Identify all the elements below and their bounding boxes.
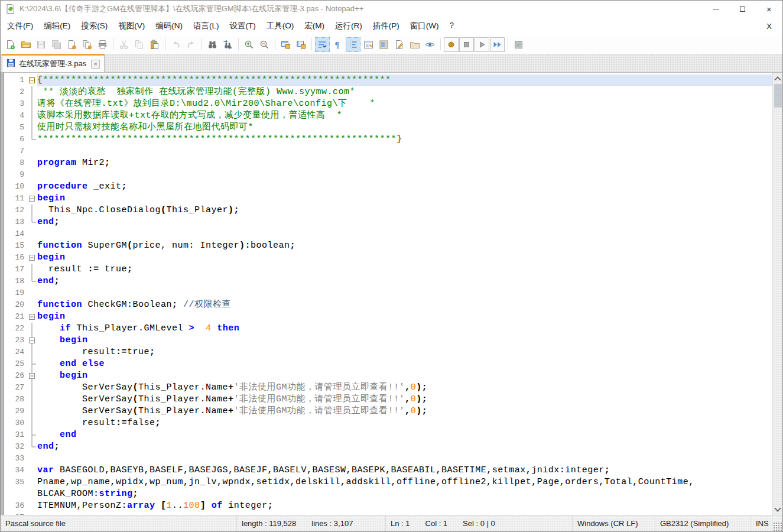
- menu-item-settings[interactable]: 设置(T): [225, 18, 261, 34]
- code-line[interactable]: 19: [5, 287, 772, 299]
- line-number[interactable]: 32: [5, 441, 27, 453]
- code-line[interactable]: 25 end else: [5, 358, 772, 370]
- replace-icon[interactable]: [220, 37, 235, 52]
- menu-item-encoding[interactable]: 编码(N): [150, 18, 188, 34]
- code-text[interactable]: end;: [37, 441, 772, 453]
- line-number[interactable]: 19: [5, 287, 27, 299]
- code-line[interactable]: 5使用时只需核对技能名称和小黑屋所在地图代码即可*: [5, 122, 772, 134]
- status-eol-format[interactable]: Windows (CR LF): [573, 515, 655, 531]
- code-text[interactable]: end else: [37, 358, 772, 370]
- menu-item-tools[interactable]: 工具(O): [261, 18, 300, 34]
- code-text[interactable]: 请将《在线管理.txt》放到目录D:\mud2.0\Mir200\Share\c…: [37, 98, 772, 110]
- indent-guide-icon[interactable]: [346, 37, 360, 52]
- line-number[interactable]: 8: [5, 157, 27, 169]
- code-text[interactable]: [37, 453, 772, 465]
- code-line[interactable]: 4该脚本采用数据库读取+txt存取的方式写成，减少变量使用，普适性高 *: [5, 110, 772, 122]
- macro-save-icon[interactable]: [511, 37, 526, 52]
- line-number[interactable]: 35: [5, 476, 27, 488]
- code-line[interactable]: 15function SuperGM(price, num: Integer):…: [5, 240, 772, 252]
- tab-close-icon[interactable]: ×: [91, 60, 100, 69]
- show-all-chars-icon[interactable]: ¶: [330, 37, 345, 52]
- code-line[interactable]: 9: [5, 169, 772, 181]
- code-text[interactable]: var BASEGOLD,BASEYB,BASELF,BASEJGS,BASEJ…: [37, 465, 772, 476]
- line-number[interactable]: 24: [5, 346, 27, 358]
- status-typing-mode[interactable]: INS: [751, 515, 772, 531]
- line-number[interactable]: 34: [5, 465, 27, 476]
- line-number[interactable]: 12: [5, 205, 27, 216]
- line-number[interactable]: 6: [5, 134, 27, 145]
- scroll-up-arrow-icon[interactable]: [773, 73, 783, 83]
- code-text[interactable]: [37, 145, 772, 157]
- line-number[interactable]: 15: [5, 240, 27, 252]
- code-line[interactable]: 32end;: [5, 441, 772, 453]
- code-line[interactable]: 27 SerVerSay(This_Player.Name+'非法使用GM功能，…: [5, 382, 772, 394]
- bookmark-margin[interactable]: [1, 73, 4, 515]
- line-number[interactable]: 1: [5, 74, 27, 86]
- code-line[interactable]: 23 begin: [5, 335, 772, 346]
- line-number[interactable]: 14: [5, 228, 27, 240]
- code-line[interactable]: 30 result:=false;: [5, 417, 772, 429]
- line-number[interactable]: 31: [5, 429, 27, 441]
- code-line[interactable]: 14: [5, 228, 772, 240]
- line-number[interactable]: 26: [5, 370, 27, 382]
- line-number[interactable]: 4: [5, 110, 27, 122]
- line-number[interactable]: 16: [5, 252, 27, 264]
- menu-item-help[interactable]: ?: [444, 18, 459, 34]
- word-wrap-icon[interactable]: [315, 37, 330, 52]
- code-text[interactable]: begin: [37, 335, 772, 346]
- close-button[interactable]: ×: [756, 1, 782, 17]
- code-line[interactable]: 12 This_Npc.CloseDialog(This_Player);: [5, 205, 772, 216]
- menu-item-edit[interactable]: 编辑(E): [38, 18, 76, 34]
- vertical-scrollbar[interactable]: [772, 73, 782, 515]
- code-line[interactable]: 6***************************************…: [5, 134, 772, 145]
- line-number[interactable]: 7: [5, 145, 27, 157]
- macro-play-icon[interactable]: [475, 37, 489, 52]
- new-file-icon[interactable]: [3, 37, 18, 52]
- code-line[interactable]: BLCAK_ROOM:string;: [5, 488, 772, 500]
- fold-collapse-icon[interactable]: [27, 370, 37, 382]
- line-number[interactable]: 28: [5, 394, 27, 406]
- code-line[interactable]: 37: [5, 512, 772, 515]
- code-text[interactable]: BLCAK_ROOM:string;: [37, 488, 772, 500]
- line-number[interactable]: 11: [5, 193, 27, 205]
- code-text[interactable]: program Mir2;: [37, 157, 772, 169]
- line-number[interactable]: 36: [5, 500, 27, 512]
- doc-map-icon[interactable]: [376, 37, 391, 52]
- sync-scroll-v-icon[interactable]: [278, 37, 293, 52]
- line-number[interactable]: 29: [5, 406, 27, 417]
- monitor-icon[interactable]: [423, 37, 437, 52]
- line-number[interactable]: 2: [5, 86, 27, 98]
- code-line[interactable]: 13end;: [5, 216, 772, 228]
- line-number[interactable]: 30: [5, 417, 27, 429]
- fold-collapse-icon[interactable]: [27, 74, 37, 86]
- line-number[interactable]: 5: [5, 122, 27, 134]
- code-line[interactable]: 28 SerVerSay(This_Player.Name+'非法使用GM功能，…: [5, 394, 772, 406]
- code-text[interactable]: end;: [37, 216, 772, 228]
- fold-collapse-icon[interactable]: [27, 252, 37, 264]
- macro-stop-icon[interactable]: [459, 37, 474, 52]
- line-number[interactable]: 18: [5, 275, 27, 287]
- menu-item-plugins[interactable]: 插件(P): [368, 18, 405, 34]
- code-text[interactable]: ****************************************…: [37, 134, 772, 145]
- code-line[interactable]: 3请将《在线管理.txt》放到目录D:\mud2.0\Mir200\Share\…: [5, 98, 772, 110]
- menu-item-search[interactable]: 搜索(S): [76, 18, 113, 34]
- sync-scroll-h-icon[interactable]: [294, 37, 308, 52]
- resize-grip[interactable]: [773, 522, 782, 531]
- code-line[interactable]: 8program Mir2;: [5, 157, 772, 169]
- line-number[interactable]: [5, 488, 27, 500]
- minimize-button[interactable]: [703, 1, 729, 17]
- code-text[interactable]: 该脚本采用数据库读取+txt存取的方式写成，减少变量使用，普适性高 *: [37, 110, 772, 122]
- code-text[interactable]: result:=true;: [37, 346, 772, 358]
- code-text[interactable]: procedure _exit;: [37, 181, 772, 193]
- code-text[interactable]: end;: [37, 275, 772, 287]
- zoom-out-icon[interactable]: [257, 37, 272, 52]
- code-text[interactable]: function SuperGM(price, num: Integer):bo…: [37, 240, 772, 252]
- fold-collapse-icon[interactable]: [27, 335, 37, 346]
- scrollbar-thumb[interactable]: [774, 84, 782, 108]
- code-line[interactable]: 26 begin: [5, 370, 772, 382]
- scroll-down-arrow-icon[interactable]: [773, 505, 783, 515]
- line-number[interactable]: 13: [5, 216, 27, 228]
- find-icon[interactable]: [205, 37, 220, 52]
- code-text[interactable]: [37, 228, 772, 240]
- code-line[interactable]: 7: [5, 145, 772, 157]
